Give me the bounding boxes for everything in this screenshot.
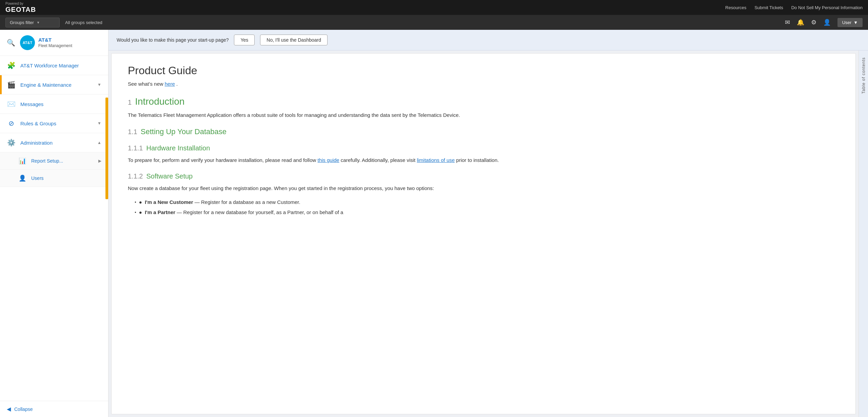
sidebar-item-label: Rules & Groups	[20, 121, 93, 126]
report-icon: 📊	[18, 157, 26, 165]
chevron-down-icon: ▼	[37, 21, 40, 24]
sidebar-item-workforce[interactable]: 🧩 AT&T Workforce Manager	[0, 56, 108, 75]
section-1-heading: 1 Introduction	[128, 96, 839, 107]
sidebar-header: 🔍 AT&T AT&T Fleet Management	[0, 30, 108, 56]
sidebar-item-users[interactable]: 👤 Users	[0, 170, 108, 187]
content-area: Would you like to make this page your st…	[108, 30, 868, 417]
section-num: 1.1	[128, 128, 137, 136]
section-num: 1.1.2	[128, 172, 143, 180]
limitations-link[interactable]: limitations of use	[417, 157, 455, 163]
guide-title: Product Guide	[128, 64, 839, 77]
bullet-bold: I'm a New Customer	[145, 199, 193, 205]
guide-content: Product Guide See what's new here . 1 In…	[111, 53, 856, 414]
bullet-dot: ●	[139, 198, 142, 206]
sidebar-item-messages[interactable]: ✉️ Messages	[0, 95, 108, 114]
intro-dot: .	[176, 81, 178, 87]
bullet-text: I'm a Partner — Register for a new datab…	[145, 208, 343, 216]
logo-area: Powered by GEOTAB	[5, 2, 36, 14]
sidebar-item-label: Administration	[20, 140, 93, 146]
sub-nav-label: Report Setup...	[31, 158, 94, 164]
bullet-bold: I'm a Partner	[145, 209, 175, 215]
startup-banner: Would you like to make this page your st…	[108, 30, 868, 50]
top-nav-links: Resources Submit Tickets Do Not Sell My …	[725, 5, 863, 10]
bullet-list: ● I'm a New Customer — Register for a da…	[135, 197, 839, 217]
intro-text: See what's new	[128, 81, 165, 87]
section-112-body: Now create a database for your fleet usi…	[128, 184, 839, 192]
gear-icon: ⚙️	[7, 139, 16, 147]
chevron-up-icon: ▲	[97, 140, 101, 145]
settings-icon[interactable]: ⚙	[811, 19, 816, 26]
chevron-down-icon: ▼	[97, 121, 101, 126]
section-title: Introduction	[135, 96, 184, 107]
this-guide-link[interactable]: this guide	[317, 157, 339, 163]
search-icon[interactable]: 🔍	[7, 39, 15, 47]
groups-filter-button[interactable]: Groups filter ▼	[5, 18, 60, 27]
att-name-block: AT&T Fleet Management	[38, 37, 72, 48]
puzzle-icon: 🧩	[7, 61, 16, 69]
sidebar-item-label: AT&T Workforce Manager	[20, 63, 101, 68]
powered-by-text: Powered by	[5, 2, 36, 6]
guide-wrapper: Product Guide See what's new here . 1 In…	[108, 50, 868, 417]
section-num: 1	[128, 99, 132, 106]
list-item: ● I'm a Partner — Register for a new dat…	[135, 207, 839, 217]
guide-intro: See what's new here .	[128, 81, 839, 87]
collapse-label: Collapse	[14, 406, 33, 412]
yes-button[interactable]: Yes	[234, 35, 255, 45]
section-111-body: To prepare for, perform and verify your …	[128, 156, 839, 164]
section-title: Hardware Installation	[146, 144, 210, 152]
sidebar-item-label: Messages	[20, 101, 101, 107]
chevron-left-icon: ◀	[7, 406, 11, 412]
groups-filter-label: Groups filter	[10, 20, 34, 25]
scroll-indicator	[105, 98, 108, 199]
submit-tickets-link[interactable]: Submit Tickets	[754, 5, 783, 10]
resources-link[interactable]: Resources	[725, 5, 746, 10]
section-111-heading: 1.1.1 Hardware Installation	[128, 144, 839, 152]
section-112-heading: 1.1.2 Software Setup	[128, 172, 839, 180]
user-icon[interactable]: 👤	[823, 19, 831, 26]
filter-bar-actions: ✉ 🔔 ⚙ 👤 User ▼	[785, 18, 863, 27]
company-name: AT&T	[38, 37, 72, 43]
att-logo: AT&T AT&T Fleet Management	[20, 35, 72, 50]
section-1-body: The Telematics Fleet Management Applicat…	[128, 111, 839, 119]
body-text-1: To prepare for, perform and verify your …	[128, 157, 317, 163]
bullet-dot: ●	[139, 208, 142, 216]
bullet-text: I'm a New Customer — Register for a data…	[145, 198, 300, 206]
intro-link[interactable]: here	[165, 81, 175, 87]
sidebar-item-administration[interactable]: ⚙️ Administration ▲	[0, 133, 108, 152]
admin-sub-nav: 📊 Report Setup... ▶ 👤 Users	[0, 152, 108, 187]
sidebar: 🔍 AT&T AT&T Fleet Management 🧩 AT&T Work…	[0, 30, 108, 417]
rules-icon: ⊘	[7, 119, 16, 127]
user-icon: 👤	[18, 174, 26, 182]
sidebar-item-label: Engine & Maintenance	[20, 82, 93, 88]
sidebar-item-report-setup[interactable]: 📊 Report Setup... ▶	[0, 152, 108, 170]
chevron-down-icon: ▼	[853, 20, 858, 25]
banner-question: Would you like to make this page your st…	[117, 37, 229, 43]
sub-nav-label: Users	[31, 175, 101, 181]
camera-icon: 🎬	[7, 81, 16, 89]
logo-text: GEOTAB	[5, 6, 36, 14]
section-title: Setting Up Your Database	[141, 127, 226, 136]
att-logo-circle: AT&T	[20, 35, 35, 50]
no-dashboard-button[interactable]: No, I'll use the Dashboard	[260, 35, 328, 45]
main-layout: 🔍 AT&T AT&T Fleet Management 🧩 AT&T Work…	[0, 30, 868, 417]
sidebar-nav: 🧩 AT&T Workforce Manager 🎬 Engine & Main…	[0, 56, 108, 401]
groups-selected-text: All groups selected	[65, 20, 102, 25]
user-menu-button[interactable]: User ▼	[837, 18, 863, 27]
top-navigation-bar: Powered by GEOTAB Resources Submit Ticke…	[0, 0, 868, 15]
section-11-heading: 1.1 Setting Up Your Database	[128, 127, 839, 136]
filter-bar: Groups filter ▼ All groups selected ✉ 🔔 …	[0, 15, 868, 30]
section-title: Software Setup	[146, 172, 193, 180]
chevron-right-icon: ▶	[98, 159, 101, 163]
body-mid: carefully. Additionally, please visit	[341, 157, 417, 163]
do-not-sell-link[interactable]: Do Not Sell My Personal Information	[791, 5, 863, 10]
bell-icon[interactable]: 🔔	[797, 19, 804, 26]
bullet-rest: — Register for a new database for yourse…	[177, 209, 343, 215]
body-end: prior to installation.	[456, 157, 499, 163]
sidebar-item-rules[interactable]: ⊘ Rules & Groups ▼	[0, 114, 108, 133]
mail-icon[interactable]: ✉	[785, 19, 790, 26]
sidebar-collapse-button[interactable]: ◀ Collapse	[0, 401, 108, 417]
user-name-label: User	[842, 20, 851, 25]
toc-sidebar[interactable]: Table of contents	[859, 50, 868, 417]
sidebar-item-engine[interactable]: 🎬 Engine & Maintenance ▼	[0, 75, 108, 95]
chevron-down-icon: ▼	[97, 82, 101, 87]
